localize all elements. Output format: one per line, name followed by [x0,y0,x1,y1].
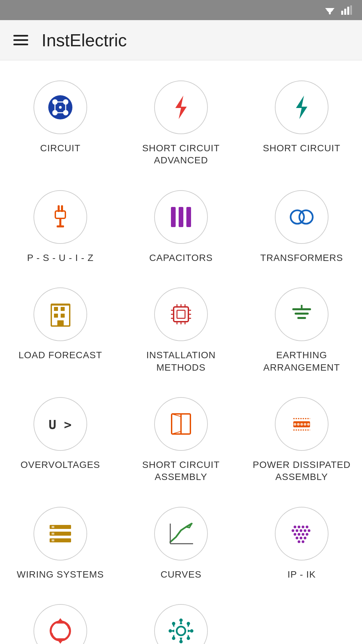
svg-rect-25 [179,207,183,227]
earthing-arrangement-icon-circle [275,287,328,341]
installation-methods-item[interactable]: INSTALLATIONMETHODS [121,274,241,384]
short-circuit-assembly-icon-circle [154,397,208,451]
wiring-systems-item[interactable]: WIRING SYSTEMS [0,493,121,591]
svg-rect-33 [61,314,65,318]
menu-button[interactable] [13,35,28,45]
psuiz-icon-circle [34,190,87,244]
overvoltages-icon-circle: U > [34,397,87,451]
svg-point-95 [177,627,185,635]
psuiz-item[interactable]: P - S - U - I - Z [0,177,121,274]
svg-point-80 [296,529,298,532]
circuit-item[interactable]: CIRCUIT [0,67,121,177]
ip-ik-icon-circle [275,507,328,560]
svg-rect-30 [54,307,58,311]
main-grid: CIRCUIT SHORT CIRCUITADVANCED SHORT CIRC… [0,60,362,644]
bolt-teal-icon [290,94,313,121]
svg-rect-70 [52,526,54,528]
earthing-icon [288,301,315,328]
short-circuit-assembly-item[interactable]: SHORT CIRCUITASSEMBLY [121,384,241,493]
overvoltages-label: OVERVOLTAGES [20,459,100,471]
short-circuit-advanced-label: SHORT CIRCUITADVANCED [142,142,220,167]
power-dissipated-assembly-icon-circle [275,397,328,451]
signal-icon [341,5,352,15]
svg-point-28 [299,210,313,224]
refresh-icon [47,618,74,644]
header: InstElectric [0,20,362,60]
svg-point-85 [298,533,300,536]
capacitors-icon [168,204,194,230]
svg-rect-71 [52,533,54,535]
short-circuit-advanced-icon-circle [154,80,208,134]
svg-point-12 [59,106,62,109]
load-forecast-label: LOAD FORECAST [18,349,102,361]
svg-point-75 [294,526,296,528]
power-dissipated-icon [288,411,315,437]
overvoltages-item[interactable]: U > OVERVOLTAGES [0,384,121,493]
short-circuit-advanced-item[interactable]: SHORT CIRCUITADVANCED [121,67,241,177]
power-dissipated-assembly-label: POWER DISSIPATEDASSEMBLY [253,459,351,483]
status-bar [0,0,362,20]
svg-rect-21 [55,211,65,218]
svg-point-97 [187,622,190,625]
svg-point-100 [179,619,183,622]
svg-point-92 [302,540,304,543]
transformer-icon [288,204,315,230]
svg-point-101 [179,640,183,643]
transformers-icon-circle [275,190,328,244]
curves-item[interactable]: CURVES [121,493,241,591]
svg-rect-6 [350,5,352,15]
conversions-item[interactable]: CONVERSIONS [0,591,121,644]
svg-point-84 [294,533,296,536]
short-circuit-item[interactable]: SHORT CIRCUIT [241,67,362,177]
svg-point-90 [304,537,306,539]
svg-point-103 [190,629,193,633]
curves-icon [168,520,194,547]
svg-point-76 [298,526,300,528]
bolt-red-icon [169,94,193,121]
capacitors-item[interactable]: CAPACITORS [121,177,241,274]
dots-icon [288,520,315,547]
load-forecast-item[interactable]: LOAD FORECAST [0,274,121,384]
load-forecast-icon-circle [34,287,87,341]
psuiz-label: P - S - U - I - Z [27,252,94,264]
svg-rect-34 [57,320,64,326]
svg-rect-31 [61,307,65,311]
conversions-icon-circle [34,604,87,644]
transformers-item[interactable]: TRANSFORMERS [241,177,362,274]
building-icon [48,301,73,328]
circuit-icon-circle [34,80,87,134]
svg-point-77 [302,526,304,528]
svg-rect-26 [186,207,191,227]
configuration-item[interactable]: CONFIGURATION [121,591,241,644]
svg-point-61 [297,423,300,426]
svg-rect-35 [51,304,70,306]
svg-marker-18 [296,96,307,119]
svg-rect-4 [344,9,346,15]
earthing-arrangement-item[interactable]: EARTHINGARRANGEMENT [241,274,362,384]
svg-point-83 [308,529,310,532]
svg-marker-17 [175,96,187,119]
svg-point-87 [306,533,308,536]
wiring-systems-icon-circle [34,507,87,560]
svg-point-98 [172,637,175,640]
plug-icon [49,204,72,230]
svg-rect-24 [171,207,176,227]
svg-rect-5 [347,7,349,15]
short-circuit-icon-circle [275,80,328,134]
ip-ik-item[interactable]: IP - IK [241,493,362,591]
svg-point-102 [169,629,172,633]
installation-methods-label: INSTALLATIONMETHODS [146,349,216,374]
curves-label: CURVES [161,569,201,581]
installation-methods-icon-circle [154,287,208,341]
svg-point-86 [302,533,304,536]
wifi-icon [324,5,336,15]
earthing-arrangement-label: EARTHINGARRANGEMENT [263,349,340,374]
svg-rect-72 [52,539,54,541]
svg-rect-23 [57,225,64,227]
capacitors-label: CAPACITORS [149,252,213,264]
short-circuit-label: SHORT CIRCUIT [263,142,340,154]
app-title: InstElectric [42,30,127,50]
power-dissipated-assembly-item[interactable]: POWER DISSIPATEDASSEMBLY [241,384,362,493]
curves-icon-circle [154,507,208,560]
book-icon [168,411,194,437]
